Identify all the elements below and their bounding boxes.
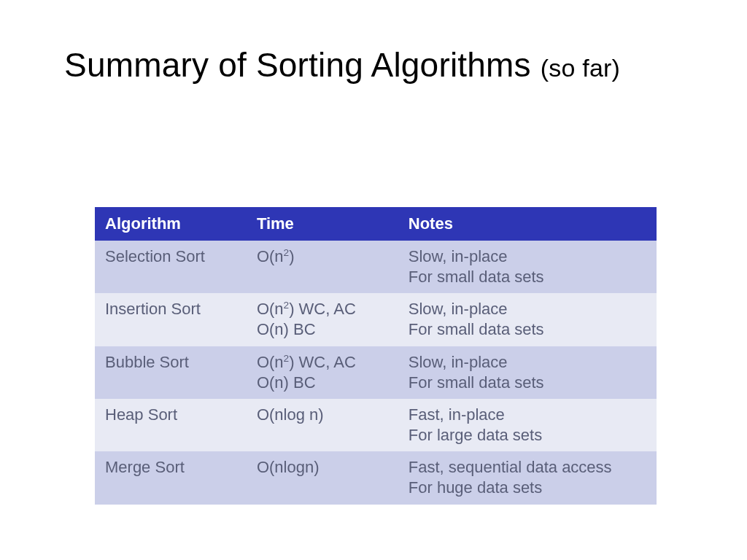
cell-notes: Fast, in-placeFor large data sets [398, 399, 657, 451]
table-row: Heap SortO(nlog n)Fast, in-placeFor larg… [95, 399, 657, 451]
superscript: 2 [284, 352, 290, 363]
table-header-time: Time [247, 207, 398, 241]
cell-time: O(nlogn) [247, 451, 398, 504]
superscript: 2 [284, 300, 290, 311]
cell-notes: Slow, in-placeFor small data sets [398, 241, 657, 293]
cell-algorithm: Merge Sort [95, 451, 247, 504]
slide-title-suffix: (so far) [541, 54, 620, 82]
cell-time: O(n2) [247, 241, 398, 293]
slide-title: Summary of Sorting Algorithms (so far) [64, 45, 683, 85]
cell-algorithm: Bubble Sort [95, 346, 247, 399]
cell-notes: Fast, sequential data accessFor huge dat… [398, 451, 657, 504]
cell-algorithm: Selection Sort [95, 241, 247, 293]
algorithms-table: Algorithm Time Notes Selection SortO(n2)… [95, 207, 657, 505]
superscript: 2 [284, 247, 290, 258]
cell-notes: Slow, in-placeFor small data sets [398, 293, 657, 346]
table-body: Selection SortO(n2)Slow, in-placeFor sma… [95, 241, 657, 505]
cell-time: O(n2) WC, ACO(n) BC [247, 346, 398, 399]
cell-algorithm: Heap Sort [95, 399, 247, 451]
algorithms-table-wrap: Algorithm Time Notes Selection SortO(n2)… [95, 207, 657, 505]
cell-time: O(n2) WC, ACO(n) BC [247, 293, 398, 346]
cell-algorithm: Insertion Sort [95, 293, 247, 346]
cell-time: O(nlog n) [247, 399, 398, 451]
slide: Summary of Sorting Algorithms (so far) A… [0, 0, 747, 560]
slide-title-main: Summary of Sorting Algorithms [64, 46, 531, 84]
table-row: Merge SortO(nlogn)Fast, sequential data … [95, 451, 657, 504]
table-row: Bubble SortO(n2) WC, ACO(n) BCSlow, in-p… [95, 346, 657, 399]
table-row: Insertion SortO(n2) WC, ACO(n) BCSlow, i… [95, 293, 657, 346]
table-header-algorithm: Algorithm [95, 207, 247, 241]
table-header-row: Algorithm Time Notes [95, 207, 657, 241]
table-header-notes: Notes [398, 207, 657, 241]
cell-notes: Slow, in-placeFor small data sets [398, 346, 657, 399]
table-row: Selection SortO(n2)Slow, in-placeFor sma… [95, 241, 657, 293]
